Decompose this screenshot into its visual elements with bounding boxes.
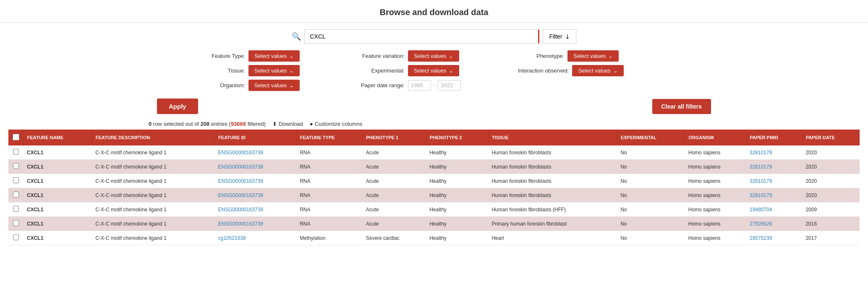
filter-button[interactable]: Filter ⤓ <box>543 29 576 44</box>
experimental-label: Experimental: <box>358 68 405 74</box>
date-range-inputs: - <box>408 80 461 91</box>
filter-feature-variation: Feature variation: Select values ⌄ <box>358 50 510 62</box>
col-phenotype1[interactable]: PHENOTYPE 1 <box>363 130 426 145</box>
col-feature-id[interactable]: FEATURE ID <box>215 130 297 145</box>
col-paper-pmid[interactable]: PAPER PMID <box>746 130 802 145</box>
chevron-down-icon: ⌄ <box>289 82 294 88</box>
cell-feature-type: Methylation <box>296 231 363 245</box>
interaction-observed-select[interactable]: Select values ⌄ <box>572 65 623 76</box>
cell-feature-name: CXCL1 <box>24 160 92 174</box>
table-row: CXCL1 C-X-C motif chemokine ligand 1 ENS… <box>8 203 860 217</box>
col-feature-name[interactable]: FEATURE NAME <box>24 130 92 145</box>
feature-id-link[interactable]: ENSG00000163739 <box>218 221 263 227</box>
download-link[interactable]: ⬇ Download <box>272 121 303 127</box>
cell-feature-description: C-X-C motif chemokine ligand 1 <box>92 174 214 188</box>
select-all-checkbox[interactable] <box>13 134 19 140</box>
chevron-down-icon: ⌄ <box>449 53 453 59</box>
col-feature-type[interactable]: FEATURE TYPE <box>296 130 363 145</box>
cell-phenotype2: Healthy <box>426 231 488 245</box>
cell-organism: Homo sapiens <box>685 145 746 160</box>
cell-paper-pmid[interactable]: 32810179 <box>746 160 802 174</box>
search-input[interactable] <box>304 29 539 44</box>
feature-id-link[interactable]: ENSG00000163739 <box>218 192 263 198</box>
feature-id-link[interactable]: ENSG00000163739 <box>218 178 263 184</box>
cell-feature-type: RNA <box>296 145 363 160</box>
tissue-select[interactable]: Select values ⌄ <box>248 65 300 76</box>
page-header: Browse and download data <box>0 0 868 23</box>
cell-paper-pmid[interactable]: 32810179 <box>746 174 802 188</box>
chevron-down-icon: ⤓ <box>565 33 570 40</box>
filter-paper-date-range: Paper date range: - <box>358 80 510 91</box>
cell-paper-pmid[interactable]: 19480704 <box>746 203 802 217</box>
cell-organism: Homo sapiens <box>685 188 746 203</box>
feature-id-link[interactable]: ENSG00000163739 <box>218 150 263 156</box>
cell-feature-id[interactable]: ENSG00000163739 <box>215 145 297 160</box>
cell-phenotype2: Healthy <box>426 217 488 231</box>
paper-pmid-link[interactable]: 32810179 <box>750 178 772 184</box>
col-experimental[interactable]: EXPERIMENTAL <box>617 130 685 145</box>
feature-variation-select[interactable]: Select values ⌄ <box>408 50 459 62</box>
filter-button-label: Filter <box>549 33 562 40</box>
row-checkbox[interactable] <box>13 220 19 226</box>
feature-variation-btn-label: Select values <box>414 53 446 59</box>
col-organism[interactable]: ORGANISM <box>685 130 746 145</box>
customize-columns-link[interactable]: ● Customize columns <box>310 121 362 127</box>
cell-feature-id[interactable]: ENSG00000163739 <box>215 174 297 188</box>
feature-type-btn-label: Select values <box>254 53 287 59</box>
row-checkbox-cell <box>8 203 24 217</box>
cell-feature-id[interactable]: ENSG00000163739 <box>215 203 297 217</box>
organism-select[interactable]: Select values ⌄ <box>248 80 300 91</box>
cell-experimental: No <box>617 231 685 245</box>
col-tissue[interactable]: TISSUE <box>488 130 617 145</box>
apply-button[interactable]: Apply <box>157 99 198 114</box>
interaction-observed-label: Interaction observed: <box>518 68 569 74</box>
cell-tissue: Human foreskin fibroblasts <box>488 160 617 174</box>
clear-all-filters-button[interactable]: Clear all filters <box>652 99 711 114</box>
paper-pmid-link[interactable]: 32810179 <box>750 164 772 170</box>
phenotype-select[interactable]: Select values ⌄ <box>567 50 619 62</box>
date-from-input[interactable] <box>408 80 431 91</box>
cell-feature-id[interactable]: ENSG00000163739 <box>215 217 297 231</box>
cell-paper-pmid[interactable]: 32810179 <box>746 188 802 203</box>
cell-paper-pmid[interactable]: 28575239 <box>746 231 802 245</box>
cell-paper-pmid[interactable]: 32810179 <box>746 145 802 160</box>
organism-btn-label: Select values <box>254 82 287 88</box>
col-feature-description[interactable]: FEATURE DESCRIPTION <box>92 130 214 145</box>
row-checkbox[interactable] <box>13 163 19 169</box>
col-paper-date[interactable]: PAPER DATE <box>802 130 859 145</box>
feature-variation-label: Feature variation: <box>358 53 405 59</box>
cell-feature-description: C-X-C motif chemokine ligand 1 <box>92 231 214 245</box>
table-row: CXCL1 C-X-C motif chemokine ligand 1 ENS… <box>8 217 860 231</box>
row-checkbox[interactable] <box>13 234 19 240</box>
cell-tissue: Primary human foreskin fibroblast <box>488 217 617 231</box>
filter-tissue: Tissue: Select values ⌄ <box>199 65 350 76</box>
row-checkbox[interactable] <box>13 192 19 197</box>
page-title: Browse and download data <box>380 8 489 17</box>
cell-feature-id[interactable]: ENSG00000163739 <box>215 188 297 203</box>
cell-feature-id[interactable]: cg10521638 <box>215 231 297 245</box>
search-section: 🔍 Filter ⤓ <box>0 23 868 48</box>
feature-id-link[interactable]: ENSG00000163739 <box>218 164 263 170</box>
col-phenotype2[interactable]: PHENOTYPE 2 <box>426 130 488 145</box>
date-to-input[interactable] <box>438 80 461 91</box>
date-dash: - <box>434 82 435 88</box>
row-checkbox[interactable] <box>13 206 19 212</box>
experimental-select[interactable]: Select values ⌄ <box>408 65 459 76</box>
paper-pmid-link[interactable]: 32810179 <box>750 192 772 198</box>
cell-feature-type: RNA <box>296 160 363 174</box>
paper-pmid-link[interactable]: 27505626 <box>750 221 772 227</box>
cell-feature-id[interactable]: ENSG00000163739 <box>215 160 297 174</box>
cell-feature-name: CXCL1 <box>24 145 92 160</box>
paper-pmid-link[interactable]: 19480704 <box>750 207 772 213</box>
paper-pmid-link[interactable]: 32810179 <box>750 150 772 156</box>
feature-id-link[interactable]: cg10521638 <box>218 235 246 241</box>
paper-pmid-link[interactable]: 28575239 <box>750 235 772 241</box>
feature-id-link[interactable]: ENSG00000163739 <box>218 207 263 213</box>
experimental-btn-label: Select values <box>414 68 446 74</box>
feature-type-select[interactable]: Select values ⌄ <box>248 50 300 62</box>
cell-feature-name: CXCL1 <box>24 188 92 203</box>
chevron-down-icon: ⌄ <box>449 68 453 74</box>
cell-paper-pmid[interactable]: 27505626 <box>746 217 802 231</box>
row-checkbox[interactable] <box>13 149 19 155</box>
row-checkbox[interactable] <box>13 177 19 183</box>
